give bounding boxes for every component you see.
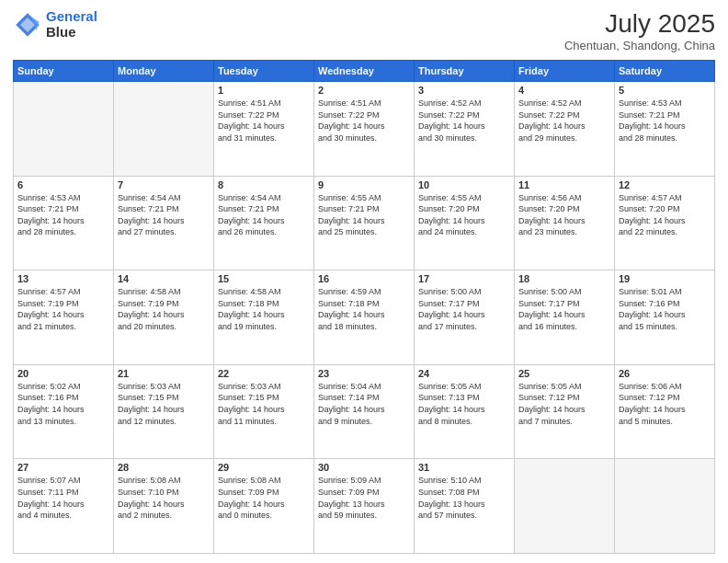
- day-info: Sunrise: 5:07 AM Sunset: 7:11 PM Dayligh…: [17, 475, 109, 521]
- day-number: 7: [118, 179, 210, 190]
- day-info: Sunrise: 4:51 AM Sunset: 7:22 PM Dayligh…: [218, 98, 310, 144]
- calendar-header-tuesday: Tuesday: [214, 61, 314, 82]
- day-number: 25: [518, 368, 610, 379]
- day-number: 29: [218, 462, 310, 473]
- day-info: Sunrise: 4:52 AM Sunset: 7:22 PM Dayligh…: [418, 98, 510, 144]
- calendar-cell: 9Sunrise: 4:55 AM Sunset: 7:21 PM Daylig…: [314, 176, 415, 270]
- calendar-cell: 23Sunrise: 5:04 AM Sunset: 7:14 PM Dayli…: [314, 364, 415, 459]
- calendar-cell: [114, 82, 214, 177]
- day-number: 28: [118, 462, 210, 473]
- day-number: 15: [218, 273, 310, 284]
- calendar-cell: 29Sunrise: 5:08 AM Sunset: 7:09 PM Dayli…: [214, 459, 314, 554]
- calendar-cell: 19Sunrise: 5:01 AM Sunset: 7:16 PM Dayli…: [615, 270, 715, 365]
- calendar-week-2: 13Sunrise: 4:57 AM Sunset: 7:19 PM Dayli…: [14, 270, 715, 365]
- calendar-cell: 20Sunrise: 5:02 AM Sunset: 7:16 PM Dayli…: [14, 364, 114, 459]
- day-info: Sunrise: 5:05 AM Sunset: 7:13 PM Dayligh…: [418, 381, 510, 427]
- calendar-header-thursday: Thursday: [415, 61, 515, 82]
- calendar-week-3: 20Sunrise: 5:02 AM Sunset: 7:16 PM Dayli…: [14, 364, 715, 459]
- calendar-cell: 5Sunrise: 4:53 AM Sunset: 7:21 PM Daylig…: [615, 82, 715, 177]
- calendar-table: SundayMondayTuesdayWednesdayThursdayFrid…: [13, 60, 715, 554]
- day-number: 4: [518, 85, 610, 96]
- logo: General Blue: [13, 9, 97, 40]
- day-number: 20: [17, 368, 109, 379]
- calendar-cell: 6Sunrise: 4:53 AM Sunset: 7:21 PM Daylig…: [14, 176, 114, 270]
- day-info: Sunrise: 4:52 AM Sunset: 7:22 PM Dayligh…: [518, 98, 610, 144]
- day-info: Sunrise: 4:54 AM Sunset: 7:21 PM Dayligh…: [218, 192, 310, 238]
- calendar-cell: 24Sunrise: 5:05 AM Sunset: 7:13 PM Dayli…: [415, 364, 515, 459]
- calendar-cell: 31Sunrise: 5:10 AM Sunset: 7:08 PM Dayli…: [415, 459, 515, 554]
- day-number: 24: [418, 368, 510, 379]
- day-number: 6: [17, 179, 109, 190]
- day-number: 3: [418, 85, 510, 96]
- calendar-header-wednesday: Wednesday: [314, 61, 415, 82]
- day-number: 10: [418, 179, 510, 190]
- day-info: Sunrise: 5:08 AM Sunset: 7:10 PM Dayligh…: [118, 475, 210, 521]
- calendar-header-row: SundayMondayTuesdayWednesdayThursdayFrid…: [14, 61, 715, 82]
- day-info: Sunrise: 4:56 AM Sunset: 7:20 PM Dayligh…: [518, 192, 610, 238]
- day-info: Sunrise: 4:58 AM Sunset: 7:19 PM Dayligh…: [118, 286, 210, 332]
- day-info: Sunrise: 4:51 AM Sunset: 7:22 PM Dayligh…: [318, 98, 410, 144]
- day-number: 1: [218, 85, 310, 96]
- calendar-cell: 15Sunrise: 4:58 AM Sunset: 7:18 PM Dayli…: [214, 270, 314, 365]
- calendar-cell: 13Sunrise: 4:57 AM Sunset: 7:19 PM Dayli…: [14, 270, 114, 365]
- day-number: 31: [418, 462, 510, 473]
- day-info: Sunrise: 5:06 AM Sunset: 7:12 PM Dayligh…: [619, 381, 711, 427]
- month-year: July 2025: [564, 9, 715, 39]
- day-number: 17: [418, 273, 510, 284]
- day-info: Sunrise: 5:00 AM Sunset: 7:17 PM Dayligh…: [518, 286, 610, 332]
- calendar-cell: 7Sunrise: 4:54 AM Sunset: 7:21 PM Daylig…: [114, 176, 214, 270]
- calendar-cell: 11Sunrise: 4:56 AM Sunset: 7:20 PM Dayli…: [515, 176, 615, 270]
- day-number: 21: [118, 368, 210, 379]
- calendar-cell: 16Sunrise: 4:59 AM Sunset: 7:18 PM Dayli…: [314, 270, 415, 365]
- header: General Blue July 2025 Chentuan, Shandon…: [13, 9, 715, 52]
- day-info: Sunrise: 5:00 AM Sunset: 7:17 PM Dayligh…: [418, 286, 510, 332]
- calendar-cell: [14, 82, 114, 177]
- calendar-cell: 2Sunrise: 4:51 AM Sunset: 7:22 PM Daylig…: [314, 82, 415, 177]
- day-number: 26: [619, 368, 711, 379]
- day-info: Sunrise: 4:54 AM Sunset: 7:21 PM Dayligh…: [118, 192, 210, 238]
- calendar-cell: 8Sunrise: 4:54 AM Sunset: 7:21 PM Daylig…: [214, 176, 314, 270]
- calendar-cell: 1Sunrise: 4:51 AM Sunset: 7:22 PM Daylig…: [214, 82, 314, 177]
- day-number: 27: [17, 462, 109, 473]
- calendar-cell: 30Sunrise: 5:09 AM Sunset: 7:09 PM Dayli…: [314, 459, 415, 554]
- calendar-cell: 10Sunrise: 4:55 AM Sunset: 7:20 PM Dayli…: [415, 176, 515, 270]
- day-number: 18: [518, 273, 610, 284]
- day-info: Sunrise: 4:53 AM Sunset: 7:21 PM Dayligh…: [619, 98, 711, 144]
- calendar-cell: 28Sunrise: 5:08 AM Sunset: 7:10 PM Dayli…: [114, 459, 214, 554]
- day-number: 2: [318, 85, 410, 96]
- calendar-header-sunday: Sunday: [14, 61, 114, 82]
- day-info: Sunrise: 5:04 AM Sunset: 7:14 PM Dayligh…: [318, 381, 410, 427]
- logo-icon: [13, 10, 42, 40]
- calendar-cell: 21Sunrise: 5:03 AM Sunset: 7:15 PM Dayli…: [114, 364, 214, 459]
- calendar-week-0: 1Sunrise: 4:51 AM Sunset: 7:22 PM Daylig…: [14, 82, 715, 177]
- day-number: 9: [318, 179, 410, 190]
- day-number: 12: [619, 179, 711, 190]
- day-info: Sunrise: 4:53 AM Sunset: 7:21 PM Dayligh…: [17, 192, 109, 238]
- calendar-cell: [515, 459, 615, 554]
- day-info: Sunrise: 5:08 AM Sunset: 7:09 PM Dayligh…: [218, 475, 310, 521]
- day-number: 8: [218, 179, 310, 190]
- title-block: July 2025 Chentuan, Shandong, China: [564, 9, 715, 52]
- day-number: 14: [118, 273, 210, 284]
- day-number: 30: [318, 462, 410, 473]
- day-number: 19: [619, 273, 711, 284]
- calendar-cell: 17Sunrise: 5:00 AM Sunset: 7:17 PM Dayli…: [415, 270, 515, 365]
- day-number: 16: [318, 273, 410, 284]
- day-info: Sunrise: 4:55 AM Sunset: 7:20 PM Dayligh…: [418, 192, 510, 238]
- calendar-header-monday: Monday: [114, 61, 214, 82]
- day-info: Sunrise: 5:03 AM Sunset: 7:15 PM Dayligh…: [118, 381, 210, 427]
- calendar-header-friday: Friday: [515, 61, 615, 82]
- day-info: Sunrise: 5:02 AM Sunset: 7:16 PM Dayligh…: [17, 381, 109, 427]
- calendar-cell: 4Sunrise: 4:52 AM Sunset: 7:22 PM Daylig…: [515, 82, 615, 177]
- calendar-cell: 3Sunrise: 4:52 AM Sunset: 7:22 PM Daylig…: [415, 82, 515, 177]
- calendar-cell: 14Sunrise: 4:58 AM Sunset: 7:19 PM Dayli…: [114, 270, 214, 365]
- day-info: Sunrise: 4:57 AM Sunset: 7:20 PM Dayligh…: [619, 192, 711, 238]
- calendar-week-4: 27Sunrise: 5:07 AM Sunset: 7:11 PM Dayli…: [14, 459, 715, 554]
- day-number: 13: [17, 273, 109, 284]
- day-number: 23: [318, 368, 410, 379]
- day-info: Sunrise: 5:10 AM Sunset: 7:08 PM Dayligh…: [418, 475, 510, 521]
- page: General Blue July 2025 Chentuan, Shandon…: [0, 0, 728, 563]
- calendar-cell: 27Sunrise: 5:07 AM Sunset: 7:11 PM Dayli…: [14, 459, 114, 554]
- day-info: Sunrise: 5:03 AM Sunset: 7:15 PM Dayligh…: [218, 381, 310, 427]
- calendar-cell: 12Sunrise: 4:57 AM Sunset: 7:20 PM Dayli…: [615, 176, 715, 270]
